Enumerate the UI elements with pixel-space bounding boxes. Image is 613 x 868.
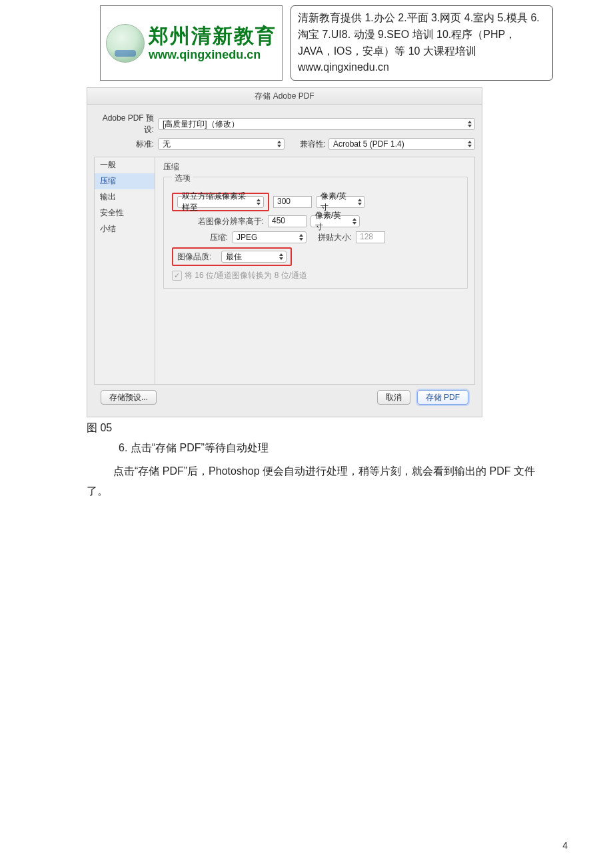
threshold-input[interactable]: 450 <box>268 215 306 227</box>
cancel-button[interactable]: 取消 <box>377 390 410 405</box>
convert-checkbox-label: 将 16 位/通道图像转换为 8 位/通道 <box>185 270 307 281</box>
section-title: 压缩 <box>163 161 468 173</box>
standard-label: 标准: <box>94 139 154 150</box>
save-preset-button[interactable]: 存储预设... <box>101 390 157 405</box>
preset-select[interactable]: [高质量打印]（修改） <box>158 118 475 130</box>
pdf-dialog: 存储 Adobe PDF Adobe PDF 预设: [高质量打印]（修改） 标… <box>87 87 482 417</box>
compat-label: 兼容性: <box>289 139 326 150</box>
paragraph: 点击“存储 PDF”后，Photoshop 便会自动进行处理，稍等片刻，就会看到… <box>87 461 553 502</box>
standard-value: 无 <box>163 139 171 150</box>
page-number: 4 <box>562 840 568 851</box>
tab-output[interactable]: 输出 <box>95 189 155 205</box>
header: 郑州清新教育 www.qingxinedu.cn 清新教育提供 1.办公 2.平… <box>100 5 553 81</box>
compress-value: JPEG <box>237 233 257 242</box>
preset-value: [高质量打印]（修改） <box>163 119 239 130</box>
step-6: 6. 点击“存储 PDF”等待自动处理 <box>87 438 553 458</box>
downsample-redbox: 双立方缩减像素采样至 <box>172 193 269 211</box>
quality-redbox: 图像品质: 最佳 <box>172 247 292 266</box>
header-description: 清新教育提供 1.办公 2.平面 3.网页 4.室内 5.模具 6.淘宝 7.U… <box>291 5 553 81</box>
logo-title: 郑州清新教育 <box>149 25 277 48</box>
quality-value: 最佳 <box>226 251 242 263</box>
unit1-select[interactable]: 像素/英寸 <box>316 196 365 208</box>
tab-summary[interactable]: 小结 <box>95 221 155 237</box>
logo-url: www.qingxinedu.cn <box>149 48 277 62</box>
compat-select[interactable]: Acrobat 5 (PDF 1.4) <box>328 138 475 150</box>
convert-checkbox: 将 16 位/通道图像转换为 8 位/通道 <box>172 270 459 281</box>
tilesize-input: 128 <box>356 231 385 243</box>
figure-caption: 图 05 <box>87 421 553 435</box>
dialog-title: 存储 Adobe PDF <box>87 88 482 105</box>
compress-label: 压缩: <box>172 232 228 243</box>
quality-label: 图像品质: <box>177 251 217 263</box>
logo-box: 郑州清新教育 www.qingxinedu.cn <box>100 5 283 81</box>
compat-value: Acrobat 5 (PDF 1.4) <box>333 139 404 149</box>
unit2-value: 像素/英寸 <box>315 210 348 233</box>
group-legend: 选项 <box>172 173 193 184</box>
tab-general[interactable]: 一般 <box>95 157 155 173</box>
sidebar: 一般 压缩 输出 安全性 小结 <box>95 157 155 384</box>
logo-icon <box>106 24 145 63</box>
quality-select[interactable]: 最佳 <box>221 251 287 263</box>
compress-select[interactable]: JPEG <box>232 231 306 243</box>
downsample-input[interactable]: 300 <box>273 196 312 208</box>
tab-security[interactable]: 安全性 <box>95 205 155 221</box>
tab-compression[interactable]: 压缩 <box>95 173 155 189</box>
downsample-select[interactable]: 双立方缩减像素采样至 <box>177 196 264 208</box>
standard-select[interactable]: 无 <box>158 138 285 150</box>
downsample-label: 双立方缩减像素采样至 <box>182 191 253 213</box>
save-pdf-button[interactable]: 存储 PDF <box>417 390 468 405</box>
preset-label: Adobe PDF 预设: <box>94 113 154 135</box>
threshold-label: 若图像分辨率高于: <box>172 216 264 227</box>
unit2-select[interactable]: 像素/英寸 <box>310 215 360 227</box>
tilesize-label: 拼贴大小: <box>310 232 352 243</box>
right-panel: 压缩 选项 双立方缩减像素采样至 <box>155 157 474 384</box>
